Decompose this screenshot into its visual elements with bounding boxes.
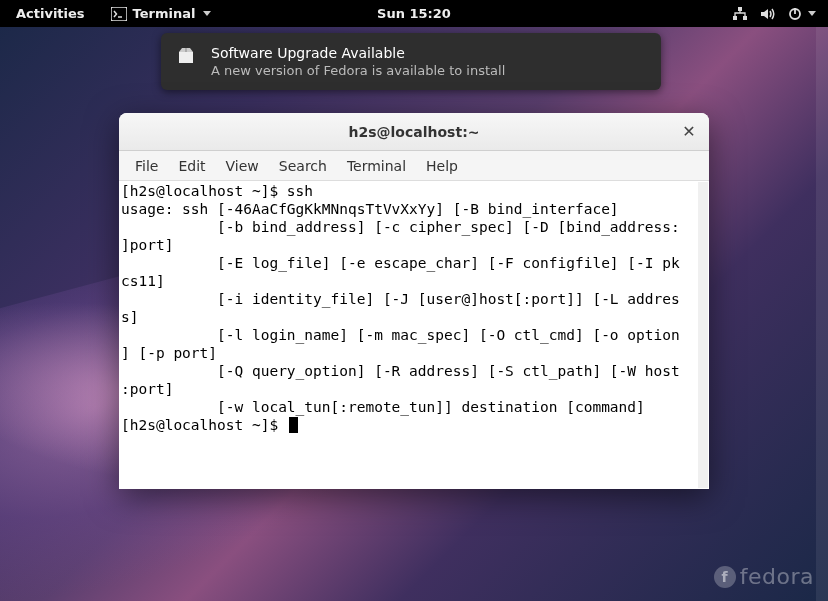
menu-terminal[interactable]: Terminal — [337, 154, 416, 178]
term-line: [-i identity_file] [-J [user@]host[:port… — [121, 291, 680, 307]
menu-view[interactable]: View — [216, 154, 269, 178]
menu-search[interactable]: Search — [269, 154, 337, 178]
term-line: [h2s@localhost ~]$ — [121, 417, 287, 433]
chevron-down-icon — [203, 11, 211, 16]
terminal-output: [h2s@localhost ~]$ ssh usage: ssh [-46Aa… — [119, 181, 709, 435]
volume-icon[interactable] — [760, 7, 776, 21]
package-icon — [177, 47, 195, 65]
chevron-down-icon — [808, 11, 816, 16]
right-edge-strip — [816, 27, 828, 601]
power-icon[interactable] — [788, 7, 816, 21]
fedora-wordmark: fedora — [740, 564, 814, 589]
menu-file[interactable]: File — [125, 154, 168, 178]
svg-rect-0 — [111, 7, 127, 21]
fedora-mark-icon: f — [714, 566, 736, 588]
svg-rect-4 — [743, 16, 747, 20]
terminal-cursor — [289, 417, 298, 433]
scrollbar[interactable] — [698, 182, 708, 488]
window-title: h2s@localhost:~ — [349, 124, 480, 140]
top-panel: Activities Terminal Sun 15:20 — [0, 0, 828, 27]
notification-body: A new version of Fedora is available to … — [211, 63, 505, 78]
term-line: [-Q query_option] [-R address] [-S ctl_p… — [121, 363, 680, 379]
upgrade-notification[interactable]: Software Upgrade Available A new version… — [161, 33, 661, 90]
term-line: [-E log_file] [-e escape_char] [-F confi… — [121, 255, 680, 271]
window-titlebar[interactable]: h2s@localhost:~ ✕ — [119, 113, 709, 151]
active-app-label: Terminal — [133, 6, 196, 21]
term-line: cs11] — [121, 273, 165, 289]
notification-title: Software Upgrade Available — [211, 45, 505, 61]
menubar: File Edit View Search Terminal Help — [119, 151, 709, 181]
menu-help[interactable]: Help — [416, 154, 468, 178]
menu-edit[interactable]: Edit — [168, 154, 215, 178]
clock-label: Sun 15:20 — [377, 6, 451, 21]
term-line: s] — [121, 309, 138, 325]
close-icon[interactable]: ✕ — [679, 122, 699, 142]
clock-button[interactable]: Sun 15:20 — [367, 3, 461, 24]
active-app-menu[interactable]: Terminal — [101, 3, 222, 24]
activities-label: Activities — [16, 6, 85, 21]
terminal-window: h2s@localhost:~ ✕ File Edit View Search … — [119, 113, 709, 489]
term-line: [-w local_tun[:remote_tun]] destination … — [121, 399, 645, 415]
term-line: :port] — [121, 381, 173, 397]
term-line: [h2s@localhost ~]$ ssh — [121, 183, 313, 199]
svg-rect-3 — [733, 16, 737, 20]
term-line: [-b bind_address] [-c cipher_spec] [-D [… — [121, 219, 680, 235]
term-line: ]port] — [121, 237, 173, 253]
activities-button[interactable]: Activities — [6, 3, 95, 24]
terminal-app-icon — [111, 7, 127, 21]
term-line: ] [-p port] — [121, 345, 217, 361]
terminal-viewport[interactable]: [h2s@localhost ~]$ ssh usage: ssh [-46Aa… — [119, 181, 709, 489]
term-line: [-l login_name] [-m mac_spec] [-O ctl_cm… — [121, 327, 680, 343]
svg-rect-2 — [738, 7, 742, 11]
term-line: usage: ssh [-46AaCfGgKkMNnqsTtVvXxYy] [-… — [121, 201, 619, 217]
fedora-logo: f fedora — [714, 564, 814, 589]
network-icon[interactable] — [732, 7, 748, 21]
